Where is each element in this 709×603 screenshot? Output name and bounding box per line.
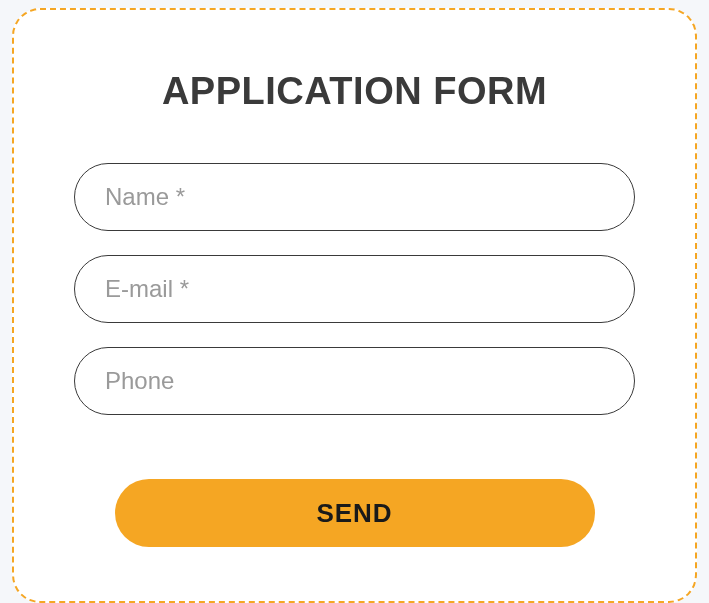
send-button[interactable]: SEND xyxy=(115,479,595,547)
phone-input[interactable] xyxy=(74,347,635,415)
form-title: APPLICATION FORM xyxy=(74,70,635,113)
application-form-container: APPLICATION FORM SEND xyxy=(12,8,697,603)
name-input[interactable] xyxy=(74,163,635,231)
email-input[interactable] xyxy=(74,255,635,323)
